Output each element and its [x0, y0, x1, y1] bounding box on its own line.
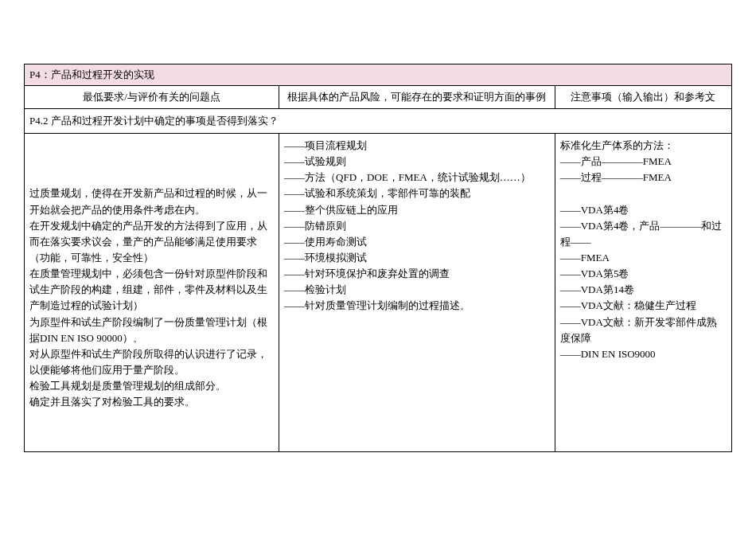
text-line — [29, 170, 274, 185]
text-line: ——VDA第4卷 — [560, 202, 727, 218]
text-line: ——防错原则 — [284, 218, 550, 234]
text-line: ——整个供应链上的应用 — [284, 202, 550, 218]
section-title: P4：产品和过程开发的实现 — [24, 64, 732, 85]
body-cell-3: 标准化生产体系的方法：——产品————FMEA——过程————FMEA ——VD… — [555, 134, 731, 452]
header-col2: 根据具体的产品风险，可能存在的要求和证明方面的事例 — [279, 86, 555, 109]
text-line: 检验工具规划是质量管理规划的组成部分。 — [29, 378, 274, 394]
text-line: 确定并且落实了对检验工具的要求。 — [29, 394, 274, 410]
text-line — [29, 154, 274, 170]
text-line: ——试验和系统策划，零部件可靠的装配 — [284, 185, 550, 201]
text-line: ——VDA第14卷 — [560, 282, 727, 298]
text-line: 在质量管理规划中，必须包含一份针对原型件阶段和试生产阶段的构建，组建，部件，零件… — [29, 266, 274, 314]
text-line: 为原型件和试生产阶段编制了一份质量管理计划（根据DIN EN ISO 90000… — [29, 314, 274, 346]
text-line: ——VDA文献：新开发零部件成熟度保障 — [560, 314, 727, 346]
text-line: ——项目流程规划 — [284, 138, 550, 154]
text-line: ——使用寿命测试 — [284, 234, 550, 250]
header-col3: 注意事项（输入输出）和参考文 — [555, 86, 731, 109]
text-line: ——针对环境保护和废弃处置的调查 — [284, 266, 550, 282]
text-line: 在开发规划中确定的产品开发的方法得到了应用，从而在落实要求议会，量产的产品能够满… — [29, 218, 274, 266]
text-line: ——VDA第5卷 — [560, 266, 727, 282]
text-line: ——VDA文献：稳健生产过程 — [560, 298, 727, 314]
subheader-cell: P4.2 产品和过程开发计划中确定的事项是否得到落实？ — [25, 109, 732, 134]
text-line: ——过程————FMEA — [560, 170, 727, 185]
document-page: P4：产品和过程开发的实现 最低要求/与评价有关的问题点 根据具体的产品风险，可… — [0, 0, 756, 476]
text-line: ——环境模拟测试 — [284, 250, 550, 266]
body-row: 过质量规划，使得在开发新产品和过程的时候，从一开始就会把产品的使用条件考虑在内。… — [25, 134, 732, 452]
text-line: 过质量规划，使得在开发新产品和过程的时候，从一开始就会把产品的使用条件考虑在内。 — [29, 185, 274, 217]
text-line — [560, 185, 727, 201]
body-cell-2: ——项目流程规划——试验规则——方法（QFD，DOE，FMEA，统计试验规划……… — [279, 134, 555, 452]
text-line: ——试验规则 — [284, 154, 550, 170]
text-line: ——方法（QFD，DOE，FMEA，统计试验规划……） — [284, 170, 550, 185]
main-table: 最低要求/与评价有关的问题点 根据具体的产品风险，可能存在的要求和证明方面的事例… — [24, 85, 732, 452]
text-line: 标准化生产体系的方法： — [560, 138, 727, 154]
header-col1: 最低要求/与评价有关的问题点 — [25, 86, 279, 109]
text-line — [29, 138, 274, 154]
text-line: 对从原型件和试生产阶段所取得的认识进行了记录，以便能够将他们应用于量产阶段。 — [29, 346, 274, 378]
header-row: 最低要求/与评价有关的问题点 根据具体的产品风险，可能存在的要求和证明方面的事例… — [25, 86, 732, 109]
text-line: ——检验计划 — [284, 282, 550, 298]
text-line: ——产品————FMEA — [560, 154, 727, 170]
body-cell-1: 过质量规划，使得在开发新产品和过程的时候，从一开始就会把产品的使用条件考虑在内。… — [25, 134, 279, 452]
subheader-row: P4.2 产品和过程开发计划中确定的事项是否得到落实？ — [25, 109, 732, 134]
text-line: ——针对质量管理计划编制的过程描述。 — [284, 298, 550, 314]
text-line: ——FMEA — [560, 250, 727, 266]
text-line: ——DIN EN ISO9000 — [560, 346, 727, 362]
text-line: ——VDA第4卷，产品————和过程—— — [560, 218, 727, 250]
